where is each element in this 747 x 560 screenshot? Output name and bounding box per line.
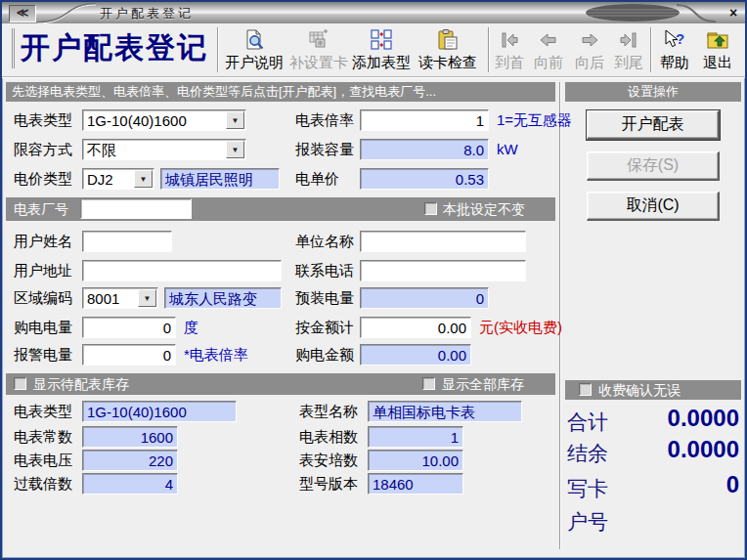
capacity-field: 8.0	[360, 139, 489, 160]
meter-volt-label: 电表电压	[14, 450, 72, 471]
user-addr-label: 用户地址	[14, 260, 72, 281]
side-panel-header: 设置操作	[565, 82, 741, 102]
factory-no-input[interactable]	[80, 198, 192, 219]
toolbar-separator	[650, 27, 652, 72]
toolbar-button-label: 开户说明	[223, 54, 286, 70]
model-name-label: 表型名称	[299, 401, 358, 422]
account-no-label: 户号	[567, 508, 608, 536]
go-first-button[interactable]: 到首	[491, 26, 528, 73]
user-name-input[interactable]	[82, 231, 172, 252]
open-help-button[interactable]: 开户说明	[223, 26, 286, 73]
limit-mode-select[interactable]: 不限 ▼	[82, 139, 246, 160]
toolbar-button-label: 帮助	[654, 54, 695, 70]
chevron-down-icon[interactable]: ▼	[138, 289, 156, 307]
window-title: 开户配表登记	[100, 5, 194, 22]
toolbar-button-label: 向前	[530, 54, 567, 70]
meter-ratio-input[interactable]	[360, 109, 489, 131]
unit-price-label: 电单价	[295, 168, 339, 190]
org-name-label: 单位名称	[295, 231, 354, 252]
price-type-select[interactable]: DJ2 ▼	[82, 168, 154, 190]
phone-label: 联系电话	[295, 260, 354, 281]
save-button[interactable]: 保存(S)	[587, 151, 720, 181]
exit-folder-icon	[697, 26, 738, 54]
by-amount-input[interactable]	[360, 317, 471, 338]
model-name-field: 单相国标电卡表	[368, 401, 522, 422]
preload-qty-field: 0	[360, 287, 489, 309]
open-account-button[interactable]: 开户配表	[587, 110, 720, 140]
help-cursor-icon: ?	[654, 26, 695, 54]
chevron-down-icon[interactable]: ▼	[226, 141, 244, 158]
show-all-stock-checkbox[interactable]	[422, 377, 435, 390]
buy-amount-label: 购电金额	[295, 344, 354, 366]
show-pending-stock-checkbox[interactable]	[14, 377, 26, 390]
meter-type-select[interactable]: 1G-10(40)1600 ▼	[82, 109, 246, 131]
factory-no-label: 电表厂号	[14, 199, 68, 219]
toolbar-button-label: 读卡检查	[413, 54, 483, 70]
toolbar-button-label: 添加表型	[350, 54, 413, 70]
toolbar-button-label: 补设置卡	[287, 54, 350, 70]
meter-type-label: 电表类型	[14, 109, 72, 131]
app-window: ≪ 开户配表登记 × 开户配表登记 开户说明	[0, 0, 747, 560]
chevron-down-icon[interactable]: ▼	[134, 170, 153, 188]
model-ver-field: 18460	[368, 473, 463, 495]
toolbar-separator	[217, 27, 219, 72]
setup-card-button[interactable]: 补设置卡	[287, 26, 350, 73]
read-card-check-button[interactable]: 读卡检查	[413, 26, 483, 73]
overload-label: 过载倍数	[14, 473, 72, 495]
setup-card-icon	[287, 26, 350, 54]
phone-input[interactable]	[360, 260, 526, 281]
add-meter-type-button[interactable]: 添加表型	[350, 26, 413, 73]
instruction-bar: 先选择电表类型、电表倍率、电价类型等后点击[开户配表]，查找电表厂号...	[6, 82, 555, 102]
capacity-unit: kW	[497, 139, 518, 160]
svg-text:?: ?	[676, 30, 684, 47]
balance-label: 结余	[567, 440, 608, 467]
area-code-value: 8001	[87, 289, 119, 308]
buy-qty-unit: 度	[184, 317, 198, 338]
price-type-label: 电价类型	[14, 168, 72, 190]
close-icon[interactable]: ×	[724, 4, 743, 22]
toolbar: 开户配表登记 开户说明	[2, 23, 745, 77]
fee-confirm-checkbox[interactable]	[579, 383, 592, 396]
buy-qty-input[interactable]	[82, 317, 176, 338]
batch-fixed-label: 本批设定不变	[443, 198, 525, 220]
meter-volt-field: 220	[82, 450, 178, 471]
unit-price-field: 0.53	[360, 168, 489, 190]
meter-const-field: 1600	[82, 426, 178, 448]
user-addr-input[interactable]	[82, 260, 282, 281]
inv-meter-type-field: 1G-10(40)1600	[82, 401, 237, 422]
area-code-select[interactable]: 8001 ▼	[82, 287, 158, 309]
alarm-qty-label: 报警电量	[14, 344, 72, 366]
org-name-input[interactable]	[360, 231, 526, 252]
batch-fixed-checkbox[interactable]	[424, 202, 437, 215]
alarm-qty-input[interactable]	[82, 344, 176, 366]
overload-field: 4	[82, 473, 178, 495]
exit-button[interactable]: 退出	[697, 26, 738, 73]
cancel-button[interactable]: 取消(C)	[587, 192, 720, 221]
by-amount-note: 元(实收电费)	[479, 317, 562, 338]
meter-amp-field: 10.00	[368, 450, 463, 471]
write-card-value: 0	[606, 471, 739, 498]
meter-phase-field: 1	[368, 426, 463, 448]
by-amount-label: 按金额计	[295, 317, 354, 338]
app-logo-icon: ≪	[9, 5, 36, 22]
buy-qty-label: 购电电量	[14, 317, 72, 338]
show-all-stock-label: 显示全部库存	[442, 373, 524, 395]
total-value: 0.0000	[606, 405, 739, 432]
go-last-button[interactable]: 到尾	[610, 26, 647, 73]
chevron-down-icon[interactable]: ▼	[226, 111, 244, 129]
help-button[interactable]: ? 帮助	[654, 26, 695, 73]
go-prev-button[interactable]: 向前	[530, 26, 567, 73]
area-code-label: 区域编码	[14, 287, 72, 309]
meter-amp-label: 表安培数	[299, 450, 358, 471]
meter-const-label: 电表常数	[14, 426, 72, 448]
doc-magnifier-icon	[223, 26, 286, 54]
area-code-desc: 城东人民路变	[164, 287, 282, 309]
capacity-label: 报装容量	[295, 139, 354, 160]
side-panel-title: 设置操作	[628, 84, 679, 99]
limit-mode-label: 限容方式	[14, 139, 72, 160]
go-next-button[interactable]: 向后	[571, 26, 608, 73]
meter-phase-label: 电表相数	[299, 426, 358, 448]
show-pending-stock-label: 显示待配表库存	[33, 373, 129, 395]
first-record-icon	[491, 26, 528, 54]
panel-divider	[559, 82, 561, 549]
